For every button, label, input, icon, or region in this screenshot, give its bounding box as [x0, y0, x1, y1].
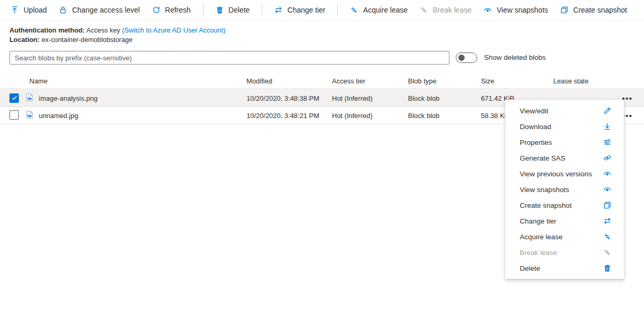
- toolbar-button-label: Break lease: [433, 6, 471, 14]
- menu-item-label: Break lease: [520, 249, 557, 257]
- toolbar-delete-button[interactable]: Delete: [216, 6, 250, 14]
- toolbar-divider: [337, 4, 338, 16]
- row-more-cell: •••: [622, 94, 643, 103]
- blob-type: Block blob: [408, 94, 481, 102]
- row-file-icon-cell: [25, 110, 39, 121]
- acquire-lease-icon: [350, 6, 358, 14]
- toolbar-refresh-button[interactable]: Refresh: [152, 6, 191, 14]
- menu-item-label: Properties: [520, 139, 552, 146]
- search-input[interactable]: [9, 51, 449, 65]
- toolbar-button-label: Delete: [229, 6, 250, 14]
- blob-file-icon: [25, 110, 34, 119]
- blob-access-tier: Hot (Inferred): [332, 112, 408, 120]
- toolbar: UploadChange access levelRefreshDeleteCh…: [0, 0, 644, 20]
- properties-icon: [603, 138, 611, 146]
- column-header-name[interactable]: Name: [25, 77, 246, 85]
- blob-name: image-analysis.png: [39, 94, 246, 102]
- blob-file-icon: [25, 93, 34, 102]
- menu-item-delete[interactable]: Delete: [506, 260, 624, 276]
- download-icon: [603, 122, 611, 131]
- show-deleted-blobs-label: Show deleted blobs: [484, 54, 546, 61]
- auth-method-line: Authentication method: Access key (Switc…: [9, 26, 226, 35]
- toolbar-divider: [262, 4, 262, 16]
- toolbar-button-label: Upload: [24, 6, 47, 14]
- eye-icon: [484, 6, 492, 14]
- table-header: NameModifiedAccess tierBlob typeSizeLeas…: [0, 73, 644, 89]
- menu-item-label: Change tier: [520, 217, 556, 225]
- menu-item-label: Acquire lease: [520, 233, 563, 241]
- row-checkbox[interactable]: [9, 110, 19, 120]
- menu-item-label: View previous versions: [520, 170, 592, 178]
- toolbar-button-label: Change tier: [287, 6, 325, 14]
- menu-item-view-snapshots[interactable]: View snapshots: [506, 182, 624, 197]
- auth-method-label: Authentication method:: [9, 26, 85, 34]
- refresh-icon: [152, 6, 160, 14]
- break-lease-icon: [603, 248, 611, 257]
- row-checkbox[interactable]: [9, 93, 19, 103]
- menu-item-generate-sas[interactable]: Generate SAS: [506, 150, 624, 166]
- menu-item-label: Create snapshot: [520, 201, 572, 209]
- toolbar-button-label: Create snapshot: [573, 6, 627, 14]
- location-line: Location: ex-container-demoblobstorage: [9, 35, 226, 45]
- change-tier-icon: [274, 6, 283, 14]
- column-header-size[interactable]: Size: [481, 77, 553, 85]
- toolbar-create-snapshot-button[interactable]: Create snapshot: [560, 6, 627, 14]
- toolbar-button-label: Refresh: [165, 6, 191, 14]
- column-header-access-tier[interactable]: Access tier: [332, 77, 408, 85]
- switch-auth-link[interactable]: (Switch to Azure AD User Account): [122, 26, 226, 34]
- menu-item-change-tier[interactable]: Change tier: [506, 213, 624, 229]
- blob-name: unnamed.jpg: [39, 112, 246, 120]
- acquire-lease-icon: [603, 232, 611, 241]
- menu-item-create-snapshot[interactable]: Create snapshot: [506, 197, 624, 213]
- menu-item-view-previous-versions[interactable]: View previous versions: [506, 166, 624, 182]
- trash-icon: [603, 264, 611, 272]
- column-header-modified[interactable]: Modified: [246, 77, 332, 85]
- blob-type: Block blob: [408, 112, 481, 120]
- toolbar-button-label: Acquire lease: [363, 6, 407, 14]
- pencil-icon: [603, 107, 611, 115]
- menu-item-label: View snapshots: [520, 186, 569, 194]
- lock-icon: [59, 6, 67, 14]
- menu-item-label: Download: [520, 123, 551, 131]
- menu-item-view-edit[interactable]: View/edit: [506, 103, 624, 119]
- menu-item-properties[interactable]: Properties: [506, 134, 624, 150]
- toolbar-view-snapshots-button[interactable]: View snapshots: [484, 6, 548, 14]
- toolbar-upload-button[interactable]: Upload: [10, 6, 47, 14]
- toggle-knob: [458, 55, 465, 61]
- change-tier-icon: [603, 217, 611, 225]
- trash-icon: [216, 6, 224, 14]
- snapshot-icon: [560, 6, 568, 14]
- break-lease-icon: [420, 6, 428, 14]
- info-block: Authentication method: Access key (Switc…: [9, 26, 226, 44]
- toolbar-change-tier-button[interactable]: Change tier: [274, 6, 325, 14]
- toolbar-acquire-lease-button[interactable]: Acquire lease: [350, 6, 407, 14]
- column-header-lease-state[interactable]: Lease state: [553, 77, 622, 85]
- eye-icon: [603, 185, 611, 194]
- eye-icon: [603, 169, 611, 178]
- location-value: ex-container-demoblobstorage: [41, 36, 133, 44]
- location-label: Location:: [9, 36, 40, 44]
- row-more-cell: •••: [622, 111, 643, 120]
- toolbar-break-lease-button[interactable]: Break lease: [420, 6, 471, 14]
- toolbar-change-access-level-button[interactable]: Change access level: [59, 6, 139, 14]
- menu-item-acquire-lease[interactable]: Acquire lease: [506, 229, 624, 245]
- menu-item-download[interactable]: Download: [506, 119, 624, 134]
- toolbar-button-label: View snapshots: [497, 6, 548, 14]
- blob-modified: 10/20/2020, 3:48:38 PM: [246, 94, 332, 102]
- blob-container-screen: UploadChange access levelRefreshDeleteCh…: [0, 0, 644, 329]
- menu-item-label: Generate SAS: [520, 154, 565, 162]
- row-checkbox-cell: [9, 93, 25, 103]
- auth-method-value: Access key: [86, 26, 120, 34]
- row-file-icon-cell: [25, 93, 39, 103]
- show-deleted-blobs-toggle[interactable]: [456, 52, 477, 63]
- blob-access-tier: Hot (Inferred): [332, 94, 408, 102]
- row-checkbox-cell: [9, 110, 25, 121]
- menu-item-label: Delete: [520, 264, 540, 272]
- blob-context-menu: View/editDownloadPropertiesGenerate SASV…: [505, 100, 624, 279]
- toolbar-divider: [203, 4, 203, 16]
- toolbar-button-label: Change access level: [72, 6, 139, 14]
- snapshot-icon: [603, 201, 611, 209]
- menu-item-break-lease[interactable]: Break lease: [506, 245, 624, 260]
- column-header-blob-type[interactable]: Blob type: [408, 77, 481, 85]
- menu-item-label: View/edit: [520, 107, 549, 115]
